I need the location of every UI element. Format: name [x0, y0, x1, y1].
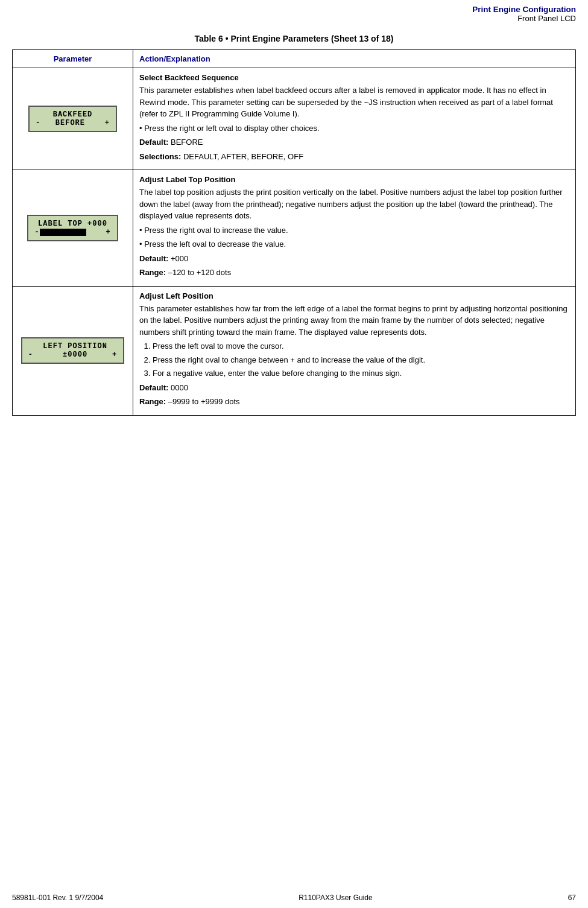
default-line: Default: BEFORE — [139, 136, 569, 148]
lcd-display-label_top: LABEL TOP +000- + — [27, 215, 118, 241]
paragraph: This parameter establishes when label ba… — [139, 84, 569, 120]
action-body-label_top: The label top position adjusts the print… — [139, 186, 569, 279]
col-header-action: Action/Explanation — [133, 50, 576, 68]
step-item: Press the right oval to change between +… — [153, 354, 569, 366]
footer-right: 67 — [568, 894, 576, 902]
table-title: Table 6 • Print Engine Parameters (Sheet… — [0, 25, 588, 49]
footer-left: 58981L-001 Rev. 1 9/7/2004 — [12, 894, 103, 902]
action-cell-backfeed: Select Backfeed SequenceThis parameter e… — [133, 68, 576, 170]
page-footer: 58981L-001 Rev. 1 9/7/2004 R110PAX3 User… — [0, 894, 588, 902]
step-item: Press the left oval to move the cursor. — [153, 340, 569, 352]
action-cell-label_top: Adjust Label Top PositionThe label top p… — [133, 170, 576, 287]
action-cell-left_position: Adjust Left PositionThis parameter estab… — [133, 286, 576, 415]
paragraph: The label top position adjusts the print… — [139, 186, 569, 222]
action-title-left_position: Adjust Left Position — [139, 291, 569, 300]
bullet-point: • Press the right or left oval to displa… — [139, 122, 569, 135]
header-subtitle: Front Panel LCD — [12, 14, 576, 23]
action-title-label_top: Adjust Label Top Position — [139, 175, 569, 184]
footer-center: R110PAX3 User Guide — [299, 894, 373, 902]
table-row: BACKFEED - BEFORE +Select Backfeed Seque… — [13, 68, 576, 170]
bullet-point: • Press the right oval to increase the v… — [139, 224, 569, 237]
paragraph: This parameter establishes how far from … — [139, 303, 569, 338]
step-item: For a negative value, enter the value be… — [153, 367, 569, 379]
table-row: LABEL TOP +000- +Adjust Label Top Positi… — [13, 170, 576, 287]
param-cell-label_top: LABEL TOP +000- + — [13, 170, 133, 287]
default-line: Default: 0000 — [139, 382, 569, 394]
range-line: Range: –120 to +120 dots — [139, 267, 569, 279]
selections-line: Selections: DEFAULT, AFTER, BEFORE, OFF — [139, 151, 569, 163]
steps-list: Press the left oval to move the cursor.P… — [153, 340, 569, 379]
page-header: Print Engine Configuration Front Panel L… — [0, 0, 588, 25]
col-header-param: Parameter — [13, 50, 133, 68]
default-line: Default: +000 — [139, 253, 569, 265]
table-row: LEFT POSITION- ±0000 +Adjust Left Positi… — [13, 286, 576, 415]
header-title: Print Engine Configuration — [12, 5, 576, 14]
action-body-left_position: This parameter establishes how far from … — [139, 303, 569, 408]
main-table: Parameter Action/Explanation BACKFEED - … — [12, 49, 576, 416]
param-cell-left_position: LEFT POSITION- ±0000 + — [13, 286, 133, 415]
lcd-display-left_position: LEFT POSITION- ±0000 + — [21, 337, 125, 364]
action-body-backfeed: This parameter establishes when label ba… — [139, 84, 569, 162]
action-title-backfeed: Select Backfeed Sequence — [139, 73, 569, 82]
range-line: Range: –9999 to +9999 dots — [139, 396, 569, 408]
lcd-display-backfeed: BACKFEED - BEFORE + — [28, 106, 117, 132]
param-cell-backfeed: BACKFEED - BEFORE + — [13, 68, 133, 170]
bullet-point: • Press the left oval to decrease the va… — [139, 238, 569, 250]
